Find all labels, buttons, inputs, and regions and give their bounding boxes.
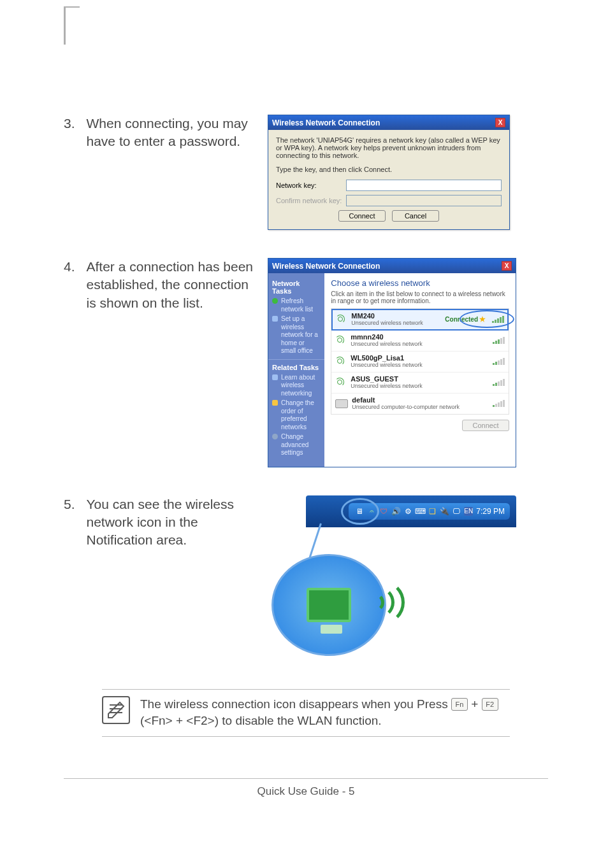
antenna-icon: [335, 376, 347, 388]
note-icon: [102, 696, 130, 724]
cancel-button[interactable]: Cancel: [392, 210, 439, 222]
devices-icon[interactable]: ⚙: [403, 507, 412, 516]
confirm-key-label: Confirm network key:: [276, 197, 346, 204]
connect-button-disabled: Connect: [462, 420, 509, 431]
task-setup[interactable]: Set up a wireless network for a home or …: [272, 315, 321, 355]
task-refresh[interactable]: Refresh network list: [272, 297, 321, 313]
network-name: ASUS_GUEST: [351, 375, 486, 383]
network-info: mmnn240Unsecured wireless network: [351, 333, 486, 347]
note-text: The wireless connection icon disappears …: [140, 696, 510, 730]
network-list-sub: Click an item in the list below to conne…: [331, 290, 509, 304]
network-status: Unsecured computer-to-computer network: [352, 404, 486, 410]
close-icon[interactable]: X: [502, 261, 512, 271]
key-fn: Fn: [451, 698, 468, 711]
password-dialog-titlebar[interactable]: Wireless Network Connection X: [268, 115, 509, 130]
antenna-icon: [336, 313, 347, 325]
network-item[interactable]: ASUS_GUESTUnsecured wireless network: [331, 373, 509, 394]
network-list-main: Choose a wireless network Click an item …: [324, 273, 516, 467]
wifi-monitor-icon: [307, 588, 351, 622]
network-status: Unsecured wireless network: [351, 320, 441, 326]
keyboard-icon[interactable]: ⌨: [416, 507, 424, 516]
key-f2: F2: [482, 698, 498, 711]
password-dialog: Wireless Network Connection X The networ…: [268, 115, 510, 230]
screenshot-password-dialog: Wireless Network Connection X The networ…: [268, 115, 548, 230]
note-icon[interactable]: ❏: [428, 507, 437, 516]
step-3: 3. When connecting, you may have to ente…: [64, 115, 548, 230]
annotation-zoom: [271, 554, 386, 656]
note-box: The wireless connection icon disappears …: [102, 689, 510, 737]
network-name: MM240: [351, 312, 441, 320]
task-advanced[interactable]: Change advanced settings: [272, 433, 321, 457]
sidebar-separator: [268, 359, 324, 360]
note-text-before: The wireless connection icon disappears …: [140, 697, 451, 711]
network-name: mmnn240: [351, 333, 486, 341]
network-info: WL500gP_Lisa1Unsecured wireless network: [351, 354, 486, 368]
password-dialog-message: The network 'UNIAP54G' requires a networ…: [276, 136, 502, 159]
step-5-text: 5. You can see the wireless network icon…: [64, 495, 255, 550]
plug-icon[interactable]: 🔌: [440, 507, 449, 516]
step-5-body: You can see the wireless network icon in…: [87, 495, 255, 550]
page-content: 3. When connecting, you may have to ente…: [64, 0, 548, 868]
network-info: defaultUnsecured computer-to-computer ne…: [352, 396, 486, 410]
password-dialog-instruction: Type the key, and then click Connect.: [276, 166, 502, 173]
network-info: ASUS_GUESTUnsecured wireless network: [351, 375, 486, 389]
network-status: Unsecured wireless network: [351, 341, 486, 347]
note-plus: +: [471, 697, 481, 711]
confirm-key-input: [346, 195, 502, 206]
page-footer: Quick Use Guide - 5: [64, 778, 548, 798]
step-5: 5. You can see the wireless network icon…: [64, 495, 548, 661]
volume-icon[interactable]: 🔊: [391, 507, 400, 516]
screenshot-tray: 🖥 𝄐 🛡 🔊 ⚙ ⌨ ❏ 🔌 🖵 EN 7:29 PM: [268, 495, 548, 661]
close-icon[interactable]: X: [495, 118, 505, 127]
step-3-text: 3. When connecting, you may have to ente…: [64, 115, 255, 151]
computer-icon: [335, 399, 348, 408]
network-list-heading: Choose a wireless network: [331, 278, 509, 288]
password-dialog-buttons: Connect Cancel: [276, 210, 502, 222]
step-4-body: After a connection has been established,…: [87, 258, 255, 312]
signal-bars-icon: [493, 357, 505, 365]
network-list-titlebar[interactable]: Wireless Network Connection X: [268, 259, 516, 273]
network-item[interactable]: defaultUnsecured computer-to-computer ne…: [331, 394, 509, 414]
network-key-label: Network key:: [276, 181, 346, 189]
network-key-input[interactable]: [346, 180, 502, 191]
step-3-number: 3.: [64, 115, 75, 151]
sidebar-header-related: Related Tasks: [272, 364, 321, 371]
antenna-icon: [335, 334, 347, 346]
network-list-layout: Network Tasks Refresh network list Set u…: [268, 273, 516, 467]
step-4: 4. After a connection has been establish…: [64, 258, 548, 467]
network-key-row: Network key:: [276, 180, 502, 191]
signal-bars-icon: [493, 336, 505, 344]
confirm-key-row: Confirm network key:: [276, 195, 502, 206]
shield-icon[interactable]: 🛡: [379, 507, 388, 516]
tray-clock[interactable]: 7:29 PM: [476, 507, 505, 516]
network-list-buttons: Connect: [331, 420, 509, 431]
task-learn[interactable]: Learn about wireless networking: [272, 374, 321, 398]
screenshot-network-list: Wireless Network Connection X Network Ta…: [268, 258, 548, 467]
step-3-body: When connecting, you may have to enter a…: [87, 115, 255, 151]
network-name: default: [352, 396, 486, 404]
network-list-title: Wireless Network Connection: [272, 262, 380, 271]
monitor-icon[interactable]: 🖵: [452, 507, 461, 516]
annotation-circle: [460, 310, 514, 328]
network-list-sidebar: Network Tasks Refresh network list Set u…: [268, 273, 324, 467]
password-dialog-body: The network 'UNIAP54G' requires a networ…: [268, 130, 509, 229]
lang-icon[interactable]: EN: [464, 507, 473, 516]
step-4-number: 4.: [64, 258, 75, 312]
tray-graphic: 🖥 𝄐 🛡 🔊 ⚙ ⌨ ❏ 🔌 🖵 EN 7:29 PM: [268, 495, 516, 661]
sidebar-header-tasks: Network Tasks: [272, 280, 321, 295]
signal-bars-icon: [493, 378, 505, 386]
password-dialog-title: Wireless Network Connection: [272, 118, 380, 127]
network-status: Unsecured wireless network: [351, 383, 486, 389]
network-status: Unsecured wireless network: [351, 362, 486, 368]
annotation-tray-circle: [341, 498, 379, 525]
signal-bars-icon: [493, 399, 505, 407]
step-5-number: 5.: [64, 495, 75, 550]
antenna-icon: [335, 355, 347, 367]
step-4-text: 4. After a connection has been establish…: [64, 258, 255, 312]
taskbar: 🖥 𝄐 🛡 🔊 ⚙ ⌨ ❏ 🔌 🖵 EN 7:29 PM: [306, 495, 516, 527]
network-item[interactable]: WL500gP_Lisa1Unsecured wireless network: [331, 352, 509, 373]
task-order[interactable]: Change the order of preferred networks: [272, 399, 321, 431]
network-list-dialog: Wireless Network Connection X Network Ta…: [268, 258, 516, 467]
network-item[interactable]: mmnn240Unsecured wireless network: [331, 331, 509, 352]
connect-button[interactable]: Connect: [338, 210, 386, 222]
